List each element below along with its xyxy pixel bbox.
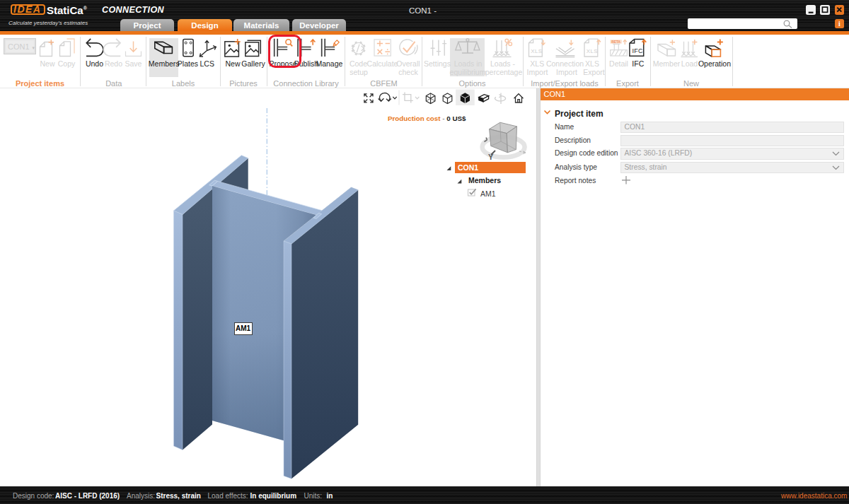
svg-text:XLS: XLS [587,48,598,54]
svg-text:XLS: XLS [531,48,542,54]
svg-text:BETA: BETA [611,40,620,44]
svg-text:IFC: IFC [633,47,643,54]
